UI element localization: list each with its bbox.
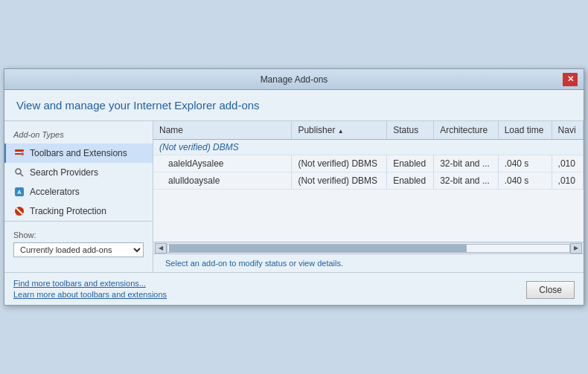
sidebar-item-tracking[interactable]: Tracking Protection [4,201,153,221]
row1-publisher: (Not verified) DBMS [292,155,387,173]
col-loadtime: Load time [498,121,552,140]
sort-asc-icon: ▲ [338,128,344,135]
window-close-button[interactable]: ✕ [563,73,578,86]
row2-publisher: (Not verified) DBMS [292,173,387,190]
svg-point-2 [21,152,24,155]
find-more-link[interactable]: Find more toolbars and extensions... [13,279,167,288]
toolbars-icon [13,147,25,159]
sidebar: Add-on Types Toolbars and Extensions [4,121,153,272]
col-navi: Navi [552,121,583,140]
svg-point-3 [16,169,21,174]
row2-status: Enabled [387,173,434,190]
row2-loadtime: .040 s [498,173,552,190]
header-title: View and manage your Internet Explorer a… [16,99,572,112]
col-status: Status [387,121,434,140]
addon-types-label: Add-on Types [4,127,153,144]
title-bar: Manage Add-ons ✕ [4,69,584,90]
footer: Find more toolbars and extensions... Lea… [4,272,584,305]
scrollbar-track[interactable] [167,244,570,253]
col-architecture: Architecture [434,121,498,140]
show-select[interactable]: Currently loaded add-ons All add-ons Dow… [13,242,144,257]
close-button[interactable]: Close [526,281,575,299]
group-name: (Not verified) DBMS [153,140,584,155]
content-area: Add-on Types Toolbars and Extensions [4,121,584,272]
tracking-label: Tracking Protection [30,206,106,216]
show-label: Show: [13,230,144,239]
learn-more-link[interactable]: Learn more about toolbars and extensions [13,290,167,299]
status-bar: Select an add-on to modify status or vie… [153,254,584,272]
accelerators-label: Accelerators [30,187,80,197]
row2-architecture: 32-bit and ... [434,173,498,190]
main-panel: Name Publisher ▲ Status A [153,121,584,272]
svg-text:A: A [17,189,22,196]
header-bar: View and manage your Internet Explorer a… [4,90,584,121]
row2-name: alulldoaysale [153,173,292,190]
sidebar-item-accelerators[interactable]: A Accelerators [4,182,153,201]
search-label: Search Providers [30,167,98,178]
col-publisher: Publisher ▲ [292,121,387,140]
scroll-left-button[interactable]: ◀ [155,243,167,254]
svg-rect-0 [15,149,24,152]
search-icon [13,167,25,178]
row1-loadtime: .040 s [498,155,552,173]
manage-addons-window: Manage Add-ons ✕ View and manage your In… [4,68,584,306]
row1-architecture: 32-bit and ... [434,155,498,173]
table-header-row: Name Publisher ▲ Status A [153,121,584,140]
toolbars-label: Toolbars and Extensions [30,148,127,158]
table-container: Name Publisher ▲ Status A [153,121,584,254]
svg-line-4 [20,173,23,176]
scrollbar-thumb[interactable] [169,245,467,252]
sidebar-item-search[interactable]: Search Providers [4,163,153,182]
table-row[interactable]: alulldoaysale (Not verified) DBMS Enable… [153,173,584,190]
row2-navi: ,010 [552,173,583,190]
svg-rect-1 [15,153,21,155]
show-section: Show: Currently loaded add-ons All add-o… [4,221,153,266]
status-text: Select an add-on to modify status or vie… [165,259,343,268]
footer-links: Find more toolbars and extensions... Lea… [13,279,167,299]
col-name: Name [153,121,292,140]
group-row-dbms: (Not verified) DBMS [153,140,584,155]
scroll-right-button[interactable]: ▶ [570,243,582,254]
accelerators-icon: A [13,186,25,198]
row1-name: aaleldAysalee [153,155,292,173]
addons-table: Name Publisher ▲ Status A [153,121,584,190]
table-scroll-area[interactable]: Name Publisher ▲ Status A [153,121,584,242]
horizontal-scrollbar: ◀ ▶ [153,242,584,254]
window-title: Manage Add-ons [25,74,563,85]
tracking-icon [13,205,25,217]
row1-status: Enabled [387,155,434,173]
table-row[interactable]: aaleldAysalee (Not verified) DBMS Enable… [153,155,584,173]
row1-navi: ,010 [552,155,583,173]
sidebar-item-toolbars[interactable]: Toolbars and Extensions [4,144,153,163]
